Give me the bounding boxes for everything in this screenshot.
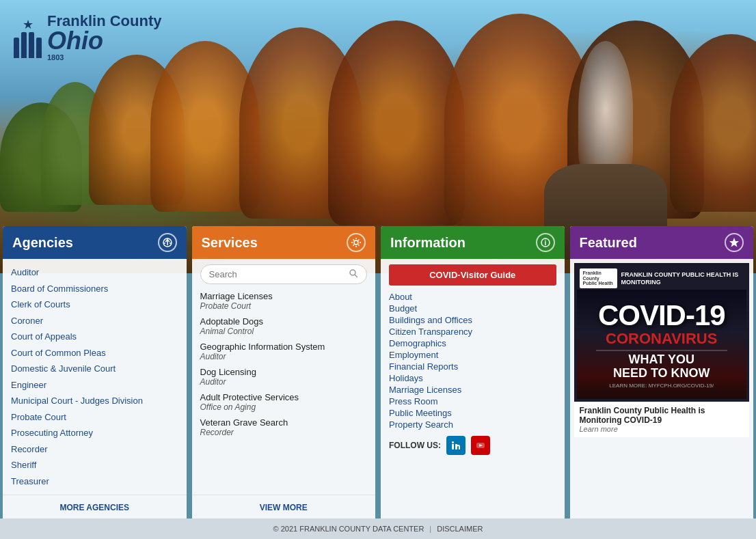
information-title: Information [390, 235, 465, 251]
featured-caption-title: Franklin County Public Health is Monitor… [580, 406, 744, 425]
view-more-link[interactable]: VIEW MORE [260, 503, 308, 512]
list-item[interactable]: Auditor [11, 264, 178, 281]
logo-year: 1803 [47, 53, 161, 61]
service-item[interactable]: Adoptable Dogs Animal Control [200, 316, 368, 336]
list-item[interactable]: Marriage Licenses [389, 384, 556, 396]
logo-ohio: Ohio [47, 29, 161, 53]
list-item[interactable]: Coroner [11, 313, 178, 329]
service-item[interactable]: Marriage Licenses Probate Court [200, 291, 368, 311]
svg-rect-8 [452, 444, 454, 450]
agencies-panel: Agencies Auditor Board of Commissioners … [3, 226, 187, 519]
featured-caption: Franklin County Public Health is Monitor… [574, 402, 750, 437]
svg-marker-11 [729, 238, 739, 247]
page-footer: © 2021 FRANKLIN COUNTY DATA CENTER | DIS… [0, 519, 756, 539]
list-item[interactable]: Public Meetings [389, 407, 556, 419]
services-icon [347, 233, 366, 252]
svg-text:i: i [544, 239, 546, 247]
linkedin-icon[interactable] [446, 436, 465, 455]
services-panel: Services Marriage Licenses [192, 226, 376, 519]
featured-image: Franklin County Public Health FRANKLIN C… [574, 263, 750, 402]
covid-url: LEARN MORE: MYFCPH.ORG/COVID-19/ [609, 383, 714, 389]
service-item[interactable]: Adult Protective Services Office on Agin… [200, 392, 368, 412]
list-item[interactable]: Prosecuting Attorney [11, 425, 178, 441]
featured-icon [725, 233, 744, 252]
list-item[interactable]: About [389, 291, 556, 303]
svg-point-2 [164, 243, 165, 244]
list-item[interactable]: Demographics [389, 337, 556, 349]
covid-main-text: COVID-19 [598, 301, 725, 330]
list-item[interactable]: Sheriff [11, 457, 178, 473]
service-item[interactable]: Geographic Information System Auditor [200, 342, 368, 361]
featured-panel: Featured Franklin County Public Health F… [570, 226, 754, 519]
list-item[interactable]: Buildings and Offices [389, 314, 556, 326]
list-item[interactable]: Press Room [389, 396, 556, 407]
search-box[interactable] [200, 264, 368, 284]
list-item[interactable]: Budget [389, 303, 556, 314]
information-header: Information i [381, 226, 565, 259]
list-item[interactable]: Clerk of Courts [11, 296, 178, 313]
information-panel: Information i COVID-Visitor Guide About … [381, 226, 565, 519]
more-agencies-link[interactable]: MORE AGENCIES [59, 503, 129, 512]
svg-point-9 [452, 441, 454, 443]
services-header: Services [192, 226, 376, 259]
svg-point-4 [354, 240, 358, 245]
list-item[interactable]: Holidays [389, 372, 556, 384]
search-input[interactable] [209, 269, 349, 279]
list-item[interactable]: Court of Appeals [11, 329, 178, 345]
info-list: About Budget Buildings and Offices Citiz… [389, 291, 556, 430]
list-item[interactable]: Citizen Transparency [389, 326, 556, 337]
information-icon: i [536, 233, 555, 252]
site-logo: ★ Franklin County Ohio 1803 [14, 14, 161, 61]
list-item[interactable]: Board of Commissioners [11, 281, 178, 297]
youtube-icon[interactable] [471, 436, 490, 455]
footer-copyright: © 2021 FRANKLIN COUNTY DATA CENTER [273, 525, 424, 533]
list-item[interactable]: Employment [389, 349, 556, 361]
agencies-header: Agencies [3, 226, 187, 259]
featured-title: Featured [580, 235, 637, 251]
need-line2: NEED TO KNOW [613, 367, 710, 381]
service-item[interactable]: Dog Licensing Auditor [200, 367, 368, 387]
list-item[interactable]: Financial Reports [389, 361, 556, 372]
fph-line2: Public Health [583, 281, 614, 286]
follow-label: FOLLOW US: [389, 441, 441, 450]
agency-list: Auditor Board of Commissioners Clerk of … [11, 264, 178, 489]
services-title: Services [202, 235, 258, 251]
list-item[interactable]: Probate Court [11, 409, 178, 426]
svg-point-1 [167, 238, 168, 240]
list-item[interactable]: Engineer [11, 377, 178, 393]
featured-caption-sub[interactable]: Learn more [580, 425, 744, 433]
fph-tagline: FRANKLIN COUNTY PUBLIC HEALTH IS MONITOR… [621, 271, 744, 286]
covid-sub-text: CORONAVIRUS [606, 331, 717, 346]
agencies-icon [158, 233, 177, 252]
list-item[interactable]: Recorder [11, 441, 178, 458]
featured-header: Featured [570, 226, 754, 259]
list-item[interactable]: Treasurer [11, 473, 178, 490]
list-item[interactable]: Court of Common Pleas [11, 345, 178, 361]
footer-disclaimer[interactable]: DISCLAIMER [437, 525, 483, 533]
fph-line1: Franklin County [583, 271, 614, 281]
search-icon [349, 268, 358, 280]
covid-btn[interactable]: COVID-Visitor Guide [389, 264, 556, 286]
list-item[interactable]: Domestic & Juvenile Court [11, 361, 178, 377]
need-line1: WHAT YOU [629, 353, 694, 367]
follow-us: FOLLOW US: [389, 436, 556, 455]
agencies-title: Agencies [12, 235, 73, 251]
list-item[interactable]: Municipal Court - Judges Division [11, 393, 178, 409]
svg-point-3 [170, 243, 171, 244]
svg-point-5 [350, 270, 355, 275]
list-item[interactable]: Property Search [389, 419, 556, 430]
service-item[interactable]: Veteran Grave Search Recorder [200, 417, 368, 437]
